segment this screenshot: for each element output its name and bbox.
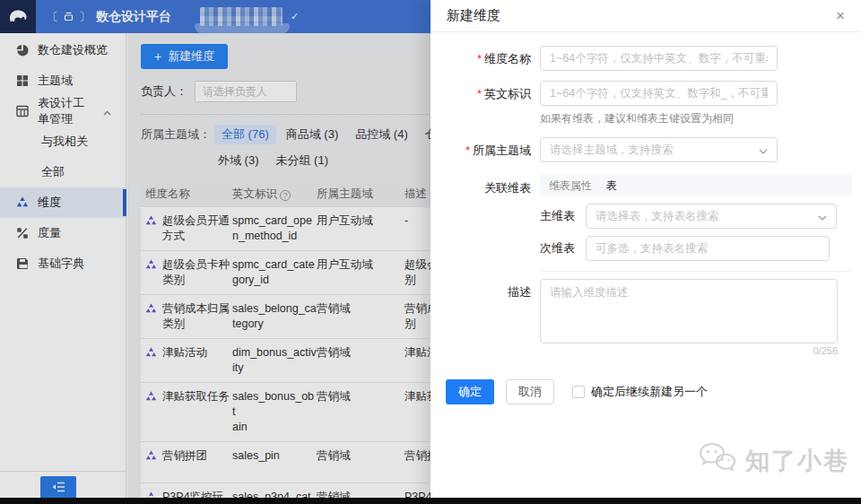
confirm-button[interactable]: 确定 (446, 379, 494, 404)
dimension-code: dim_bonus_activ ity (232, 345, 317, 376)
sidebar-item-dimension[interactable]: 维度 (0, 187, 126, 218)
dotted-divider (141, 114, 430, 115)
chevron-up-icon[interactable] (103, 105, 111, 118)
code-field-hint: 如果有维表，建议和维表主键设置为相同 (540, 111, 861, 126)
sidebar-item-measure[interactable]: 度量 (0, 218, 126, 248)
brand-bracket-icon: 〕 (79, 9, 91, 25)
pie-chart-icon (16, 44, 29, 56)
dimension-domain: 营销域 (317, 345, 404, 361)
secondary-table-input[interactable]: 可多选，支持表名搜索 (586, 236, 830, 261)
domain-field-label: 所属主题域 (430, 137, 531, 159)
domain-filter-chip[interactable]: 品控域 (4) (348, 125, 415, 144)
sidebar-item-label: 主题域 (38, 73, 73, 89)
dimension-triangles-icon (16, 196, 29, 209)
dimension-name: 津贴活动 (162, 345, 207, 361)
sidebar-item-all[interactable]: 全部 (0, 157, 126, 187)
dimension-code: sales_bonus_obt ain (232, 389, 317, 435)
primary-table-select[interactable]: 请选择表，支持表名搜索 (586, 204, 837, 229)
code-field-input[interactable]: 1~64个字符，仅支持英文、数字和_，不可重名 (540, 81, 778, 106)
mammoth-logo (0, 0, 36, 33)
drawer-header: 新建维度 × (430, 0, 861, 32)
checkmark-icon: ✓ (291, 11, 299, 22)
field-row-desc: 描述 请输入维度描述 0/256 (430, 279, 861, 356)
chevron-down-icon (818, 208, 827, 224)
sidebar-item-subject-domain[interactable]: 主题域 (0, 65, 126, 96)
sidebar-item-label: 数仓建设概览 (38, 42, 108, 58)
sidebar-item-base-dictionary[interactable]: 基础字典 (0, 248, 126, 279)
dimension-triangles-icon (145, 259, 157, 270)
sidebar-item-label: 基础字典 (38, 256, 84, 272)
dimension-name: 超级会员开通 方式 (162, 213, 230, 244)
code-field-label: 英文标识 (430, 81, 531, 102)
brand-glyph-icon (64, 12, 74, 22)
new-dimension-drawer: 新建维度 × 维度名称 1~64个字符，仅支持中英文、数字，不可重名 英文标识 … (430, 0, 861, 504)
domain-filter-chip[interactable]: 外域 (3) (211, 151, 266, 170)
name-field-input[interactable]: 1~64个字符，仅支持中英文、数字，不可重名 (540, 46, 778, 71)
dimension-triangles-icon (145, 391, 157, 402)
domain-filter-chip[interactable]: 商品域 (3) (279, 125, 346, 144)
sidebar-item-overview[interactable]: 数仓建设概览 (0, 35, 126, 65)
assoc-section-label: 关联维表 (430, 175, 531, 196)
continue-checkbox-label: 确定后继续新建另一个 (591, 384, 708, 400)
dimension-domain: 用户互动域 (317, 257, 404, 273)
drawer-footer: 确定 取消 确定后继续新建另一个 (430, 379, 861, 404)
section-divider (540, 271, 852, 272)
dimension-domain: 营销域 (317, 301, 404, 317)
dimension-triangles-icon (145, 450, 157, 461)
secondary-table-label: 次维表 (540, 240, 578, 256)
app-title: 数仓设计平台 (96, 9, 171, 25)
field-row-name: 维度名称 1~64个字符，仅支持中英文、数字，不可重名 (430, 46, 861, 71)
plus-icon: + (154, 49, 161, 64)
table-icon (16, 105, 29, 117)
sidebar-item-label: 全部 (41, 164, 65, 180)
measure-icon (16, 227, 29, 239)
col-header-domain: 所属主题域 (317, 187, 404, 202)
sidebar-item-table-design-orders[interactable]: 表设计工单管理 (0, 96, 126, 126)
owner-placeholder: 请选择负责人 (203, 84, 267, 100)
char-counter: 0/256 (540, 345, 838, 356)
drawer-title: 新建维度 (447, 7, 500, 24)
assoc-section: 关联维表 维表属性 表 主维表 请选择表，支持表名搜索 次维表 (430, 175, 861, 272)
bottom-black-bar (0, 498, 861, 504)
domain-filter-chip[interactable]: 未分组 (1) (269, 151, 336, 170)
sidebar-item-label: 维度 (38, 195, 61, 211)
dimension-code: spmc_card_cate gory_id (232, 257, 317, 288)
dimension-domain: 营销域 (317, 389, 404, 404)
sidebar-item-label: 度量 (38, 225, 61, 241)
dimension-name: 营销拼团 (162, 448, 207, 464)
dimension-triangles-icon (145, 303, 157, 314)
domain-select[interactable]: 请选择主题域，支持搜索 (540, 137, 778, 162)
app-brand: 〔 〕 数仓设计平台 (47, 9, 171, 25)
chevron-down-icon (759, 142, 768, 158)
app-window: 〔 〕 数仓设计平台 ✓ 数仓建设概览 主题域 (0, 0, 861, 504)
cancel-button[interactable]: 取消 (506, 379, 554, 404)
col-header-code: 英文标识? (232, 187, 317, 202)
dimension-domain: 用户互动域 (317, 213, 404, 229)
dimension-code: sales_belong_ca tegory (232, 301, 317, 332)
dimension-name: 超级会员卡种 类别 (162, 257, 230, 288)
desc-field-label: 描述 (430, 279, 531, 300)
collapse-sidebar-button[interactable] (40, 476, 76, 500)
col-header-name: 维度名称 (141, 187, 232, 202)
dimension-name: 津贴获取任务 (162, 389, 230, 404)
secondary-table-row: 次维表 可多选，支持表名搜索 (540, 236, 852, 261)
help-circle-icon[interactable]: ? (280, 190, 291, 201)
workspace-selector[interactable]: ✓ (200, 0, 299, 33)
grid-icon (16, 74, 29, 87)
desc-textarea[interactable]: 请输入维度描述 (540, 279, 838, 343)
continue-checkbox[interactable] (572, 386, 585, 398)
domain-filter-chip[interactable]: 全部 (76) (214, 125, 276, 144)
owner-label: 负责人： (141, 83, 187, 100)
workspace-name-redacted (200, 7, 283, 26)
dimension-triangles-icon (145, 215, 157, 226)
sidebar: 数仓建设概览 主题域 表设计工单管理 与我相关 全 (0, 33, 126, 504)
owner-select[interactable]: 请选择负责人 (195, 81, 297, 102)
close-icon[interactable]: × (836, 8, 845, 23)
new-dimension-button[interactable]: + 新建维度 (141, 44, 228, 69)
sidebar-item-related-to-me[interactable]: 与我相关 (0, 126, 126, 157)
mammoth-icon (7, 7, 29, 27)
dimension-code: spmc_card_ope n_method_id (232, 213, 317, 244)
field-row-domain: 所属主题域 请选择主题域，支持搜索 (430, 137, 861, 162)
menu-fold-icon (51, 481, 65, 496)
assoc-attr-bar: 维表属性 表 (540, 175, 852, 196)
